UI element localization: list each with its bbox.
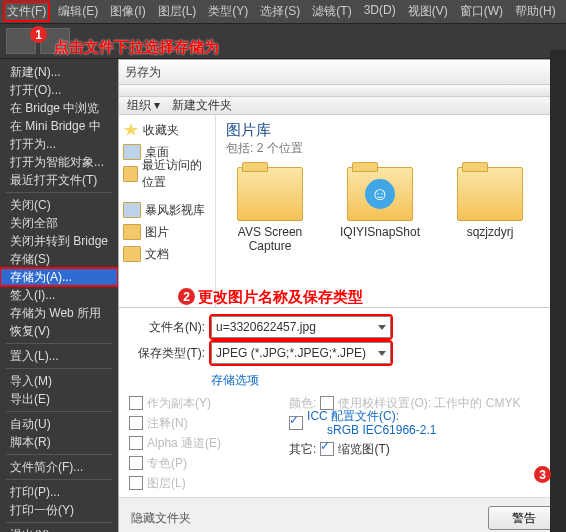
mi-script[interactable]: 脚本(R): [0, 433, 118, 451]
menu-layer[interactable]: 图层(L): [155, 2, 200, 21]
mi-open[interactable]: 打开(O)...: [0, 81, 118, 99]
place-fav[interactable]: 收藏夹: [123, 119, 211, 141]
savetype-select[interactable]: JPEG (*.JPG;*.JPEG;*.JPE): [211, 342, 391, 364]
annotation-1-text: 点击文件下拉选择存储为: [54, 38, 219, 57]
chk-icc[interactable]: ICC 配置文件(C): sRGB IEC61966-2.1: [289, 413, 520, 433]
mi-save-as[interactable]: 存储为(A)...: [0, 268, 118, 286]
video-icon: [123, 202, 141, 218]
mi-fileinfo[interactable]: 文件简介(F)...: [0, 458, 118, 476]
annotation-2-badge: 2: [178, 288, 195, 305]
folder-item[interactable]: ☺ IQIYISnapShot: [336, 167, 424, 239]
iqiyi-avatar-icon: ☺: [365, 179, 395, 209]
menu-edit[interactable]: 编辑(E): [55, 2, 101, 21]
annotation-2-text: 更改图片名称及保存类型: [198, 288, 363, 307]
file-dropdown-menu[interactable]: 新建(N)... 打开(O)... 在 Bridge 中浏览 在 Mini Br…: [0, 59, 118, 532]
dialog-titlebar: 另存为: [119, 60, 566, 85]
mi-exit[interactable]: 退出(X): [0, 526, 118, 532]
folder-item[interactable]: sqzjzdyrj: [446, 167, 534, 239]
star-icon: [123, 123, 139, 137]
menu-type[interactable]: 类型(Y): [205, 2, 251, 21]
menu-sep: [6, 192, 112, 193]
menu-view[interactable]: 视图(V): [405, 2, 451, 21]
menu-sep: [6, 343, 112, 344]
chevron-down-icon: [378, 325, 386, 330]
app-right-panel: [550, 50, 566, 532]
place-recent[interactable]: 最近访问的位置: [123, 163, 211, 185]
new-folder-button[interactable]: 新建文件夹: [172, 97, 232, 114]
menu-help[interactable]: 帮助(H): [512, 2, 559, 21]
file-browser[interactable]: 图片库 包括: 2 个位置 排列方式 AVS Screen Capture ☺ …: [216, 115, 566, 307]
mi-export[interactable]: 导出(E): [0, 390, 118, 408]
chevron-down-icon: [378, 351, 386, 356]
chk-thumbnail[interactable]: 其它: 缩览图(T): [289, 439, 520, 459]
library-title: 图片库: [226, 121, 303, 140]
organize-button[interactable]: 组织 ▾: [127, 97, 160, 114]
place-storm[interactable]: 暴风影视库: [123, 199, 211, 221]
desktop-icon: [123, 144, 141, 160]
mi-closeall[interactable]: 关闭全部: [0, 214, 118, 232]
mi-auto[interactable]: 自动(U): [0, 415, 118, 433]
chk-spot[interactable]: 专色(P): [129, 453, 221, 473]
folder-icon: [237, 167, 303, 221]
places-sidebar[interactable]: 收藏夹 桌面 最近访问的位置 暴风影视库 图片 文档: [119, 115, 216, 307]
folder-icon: [123, 166, 138, 182]
mi-open-smart[interactable]: 打开为智能对象...: [0, 153, 118, 171]
library-subtitle: 包括: 2 个位置: [226, 140, 303, 157]
menu-sep: [6, 454, 112, 455]
place-docs[interactable]: 文档: [123, 243, 211, 265]
folder-icon: ☺: [347, 167, 413, 221]
mi-new[interactable]: 新建(N)...: [0, 63, 118, 81]
dialog-buttons: 隐藏文件夹 警告 保存(S): [119, 497, 566, 532]
mi-recent[interactable]: 最近打开文件(T): [0, 171, 118, 189]
app-menubar[interactable]: 文件(F) 编辑(E) 图像(I) 图层(L) 类型(Y) 选择(S) 滤镜(T…: [0, 0, 566, 23]
menu-window[interactable]: 窗口(W): [457, 2, 506, 21]
menu-3d[interactable]: 3D(D): [361, 2, 399, 21]
chk-as-copy[interactable]: 作为副本(Y): [129, 393, 221, 413]
save-options: 文件名(N): u=3320622457.jpg 保存类型(T): JPEG (…: [119, 308, 566, 497]
dialog-path-bar[interactable]: [119, 85, 566, 97]
mi-mini-bridge[interactable]: 在 Mini Bridge 中: [0, 117, 118, 135]
mi-close-bridge[interactable]: 关闭并转到 Bridge: [0, 232, 118, 250]
dialog-toolbar[interactable]: 组织 ▾ 新建文件夹: [119, 97, 566, 115]
menu-select[interactable]: 选择(S): [257, 2, 303, 21]
filename-input[interactable]: u=3320622457.jpg: [211, 316, 391, 338]
storage-options-label: 存储选项: [211, 372, 566, 389]
mi-checkin[interactable]: 签入(I)...: [0, 286, 118, 304]
mi-print[interactable]: 打印(P)...: [0, 483, 118, 501]
menu-image[interactable]: 图像(I): [107, 2, 148, 21]
chk-layers[interactable]: 图层(L): [129, 473, 221, 493]
other-label: 其它:: [289, 441, 316, 458]
folder-item[interactable]: AVS Screen Capture: [226, 167, 314, 253]
mi-open-as[interactable]: 打开为...: [0, 135, 118, 153]
savetype-label: 保存类型(T):: [129, 345, 205, 362]
folder-icon: [123, 224, 141, 240]
menu-sep: [6, 411, 112, 412]
folder-icon: [123, 246, 141, 262]
mi-bridge[interactable]: 在 Bridge 中浏览: [0, 99, 118, 117]
mi-close[interactable]: 关闭(C): [0, 196, 118, 214]
folder-icon: [457, 167, 523, 221]
mi-import[interactable]: 导入(M): [0, 372, 118, 390]
annotation-3-badge: 3: [534, 466, 551, 483]
mi-save[interactable]: 存储(S): [0, 250, 118, 268]
annotation-1-badge: 1: [30, 26, 47, 43]
menu-sep: [6, 522, 112, 523]
hide-folders-toggle[interactable]: 隐藏文件夹: [131, 510, 191, 527]
menu-filter[interactable]: 滤镜(T): [309, 2, 354, 21]
menu-file[interactable]: 文件(F): [4, 2, 49, 21]
mi-place[interactable]: 置入(L)...: [0, 347, 118, 365]
chk-notes[interactable]: 注释(N): [129, 413, 221, 433]
chk-alpha[interactable]: Alpha 通道(E): [129, 433, 221, 453]
mi-print-one[interactable]: 打印一份(Y): [0, 501, 118, 519]
mi-save-web[interactable]: 存储为 Web 所用: [0, 304, 118, 322]
menu-sep: [6, 368, 112, 369]
menu-sep: [6, 479, 112, 480]
filename-label: 文件名(N):: [129, 319, 205, 336]
mi-revert[interactable]: 恢复(V): [0, 322, 118, 340]
place-pictures[interactable]: 图片: [123, 221, 211, 243]
